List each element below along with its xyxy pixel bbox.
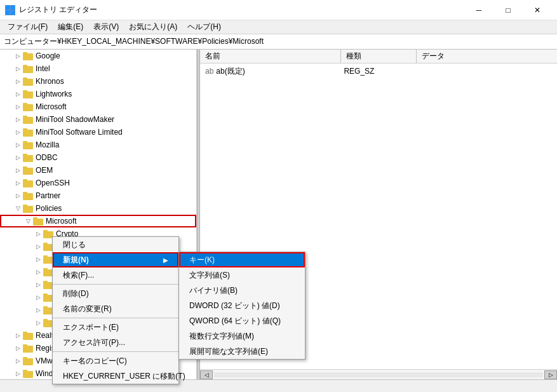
ctx-item-export[interactable]: エクスポート(E): [53, 320, 178, 335]
tree-label-minitool-shadow: MiniTool ShadowMaker: [36, 115, 114, 124]
tree-item-khronos[interactable]: ▷ Khronos: [0, 75, 196, 88]
ctx-item-rename[interactable]: 名前の変更(R): [53, 301, 178, 316]
svg-rect-2: [6, 11, 10, 15]
expand-icon: ▷: [13, 330, 23, 341]
expand-icon: ▷: [13, 127, 23, 137]
ctx-item-new[interactable]: 新規(N) ▶: [53, 252, 178, 267]
ctx-item-copy-key[interactable]: キー名のコピー(C): [53, 353, 178, 368]
folder-icon: [23, 90, 33, 98]
svg-rect-55: [23, 370, 27, 372]
folder-icon: [23, 344, 33, 353]
submenu-item-binary[interactable]: バイナリ値(B): [179, 283, 305, 298]
tree-item-microsoft-top[interactable]: ▷ Microsoft: [0, 100, 196, 113]
submenu-item-multi-string[interactable]: 複数行文字列値(M): [179, 328, 305, 344]
svg-rect-27: [23, 192, 27, 194]
svg-rect-24: [23, 180, 33, 187]
tree-item-google[interactable]: ▷ Google: [0, 50, 196, 62]
folder-icon: [23, 369, 33, 378]
tree-label-intel: Intel: [36, 64, 50, 73]
tree-item-oem[interactable]: ▷ OEM: [0, 164, 196, 177]
tree-item-minitool-shadow[interactable]: ▷ MiniTool ShadowMaker: [0, 113, 196, 126]
tree-item-intel[interactable]: ▷ Intel: [0, 62, 196, 75]
expand-icon: ▷: [13, 356, 23, 366]
expand-icon: ▷: [33, 292, 43, 302]
tree-item-minitool-soft[interactable]: ▷ MiniTool Software Limited: [0, 126, 196, 139]
ctx-item-permissions[interactable]: アクセス許可(P)...: [53, 335, 178, 350]
ctx-item-close[interactable]: 閉じる: [53, 237, 178, 252]
tree-item-openssh[interactable]: ▷ OpenSSH: [0, 177, 196, 189]
reg-item-name-text: ab(既定): [216, 66, 245, 77]
svg-rect-30: [33, 219, 43, 226]
folder-icon: [23, 166, 33, 175]
ctx-item-search[interactable]: 検索(F)...: [53, 267, 178, 283]
submenu-label-dword: DWORD (32 ビット) 値(D): [189, 301, 280, 311]
folder-icon: [33, 217, 43, 226]
tree-item-odbc[interactable]: ▷ ODBC: [0, 151, 196, 164]
tree-label-openssh: OpenSSH: [36, 179, 70, 187]
submenu-item-dword[interactable]: DWORD (32 ビット) 値(D): [179, 298, 305, 313]
submenu: キー(K) 文字列値(S) バイナリ値(B) DWORD (32 ビット) 値(…: [178, 252, 305, 360]
tree-item-policies[interactable]: ▽ Policies: [0, 202, 196, 215]
submenu-item-qword[interactable]: QWORD (64 ビット) 値(Q): [179, 313, 305, 328]
menu-favorites[interactable]: お気に入り(A): [124, 20, 182, 34]
folder-icon: [23, 191, 33, 200]
svg-rect-4: [23, 53, 33, 60]
ctx-label-search: 検索(F)...: [63, 270, 94, 281]
svg-rect-1: [11, 6, 15, 10]
maximize-button[interactable]: □: [493, 0, 523, 20]
ctx-label-delete: 削除(D): [63, 288, 89, 299]
reg-item-default[interactable]: ab ab(既定) REG_SZ: [200, 65, 557, 78]
scroll-right[interactable]: ▷: [544, 370, 557, 379]
expand-icon: ▷: [33, 280, 43, 290]
tree-label-oem: OEM: [36, 166, 53, 175]
scroll-track[interactable]: [214, 372, 543, 377]
ctx-item-delete[interactable]: 削除(D): [53, 286, 178, 301]
submenu-item-key[interactable]: キー(K): [179, 252, 305, 267]
svg-rect-43: [43, 294, 48, 295]
svg-rect-13: [23, 103, 27, 105]
tree-label-google: Google: [36, 51, 60, 60]
ctx-divider-1: [53, 284, 178, 285]
ctx-label-close: 閉じる: [63, 240, 86, 250]
svg-rect-3: [11, 11, 15, 15]
svg-rect-51: [23, 344, 27, 346]
svg-rect-12: [23, 104, 33, 111]
submenu-label-expandable: 展開可能な文字列値(E): [189, 346, 268, 357]
submenu-item-expandable[interactable]: 展開可能な文字列値(E): [179, 344, 305, 359]
menu-view[interactable]: 表示(V): [88, 20, 124, 34]
submenu-item-string[interactable]: 文字列値(S): [179, 267, 305, 283]
scroll-left[interactable]: ◁: [200, 370, 213, 379]
registry-items: ab ab(既定) REG_SZ: [200, 64, 557, 79]
close-button[interactable]: ✕: [523, 0, 552, 20]
tree-item-lightworks[interactable]: ▷ Lightworks: [0, 88, 196, 100]
svg-rect-28: [23, 206, 33, 213]
svg-rect-17: [23, 128, 27, 130]
ctx-label-copy-key: キー名のコピー(C): [63, 356, 127, 367]
folder-icon: [23, 64, 33, 73]
expand-icon: ▽: [13, 203, 23, 213]
svg-rect-21: [23, 154, 27, 156]
minimize-button[interactable]: ─: [464, 0, 493, 20]
svg-rect-23: [23, 166, 27, 168]
tree-item-partner[interactable]: ▷ Partner: [0, 189, 196, 202]
menu-file[interactable]: ファイル(F): [3, 20, 53, 34]
svg-rect-29: [23, 205, 27, 206]
ctx-label-new: 新規(N): [63, 255, 89, 266]
main-content: ▷ Google ▷ Intel ▷ Khronos: [0, 50, 557, 379]
ctx-item-goto[interactable]: HKEY_CURRENT_USER に移動(T): [53, 368, 178, 384]
tree-item-mozilla[interactable]: ▷ Mozilla: [0, 139, 196, 151]
ctx-label-permissions: アクセス許可(P)...: [63, 337, 125, 348]
tree-label-policies: Policies: [36, 204, 62, 213]
svg-rect-0: [6, 6, 10, 10]
expand-icon: ▷: [13, 140, 23, 150]
horizontal-scrollbar[interactable]: ◁ ▷: [200, 369, 557, 379]
ctx-label-rename: 名前の変更(R): [63, 304, 112, 314]
tree-item-microsoft-sel[interactable]: ▽ Microsoft: [0, 215, 196, 227]
svg-rect-54: [23, 371, 33, 378]
expand-icon: ▷: [33, 267, 43, 277]
menu-edit[interactable]: 編集(E): [53, 20, 88, 34]
ctx-label-goto: HKEY_CURRENT_USER に移動(T): [63, 371, 185, 382]
expand-icon: ▷: [13, 89, 23, 99]
menu-help[interactable]: ヘルプ(H): [182, 20, 226, 34]
expand-icon: ▷: [13, 368, 23, 379]
